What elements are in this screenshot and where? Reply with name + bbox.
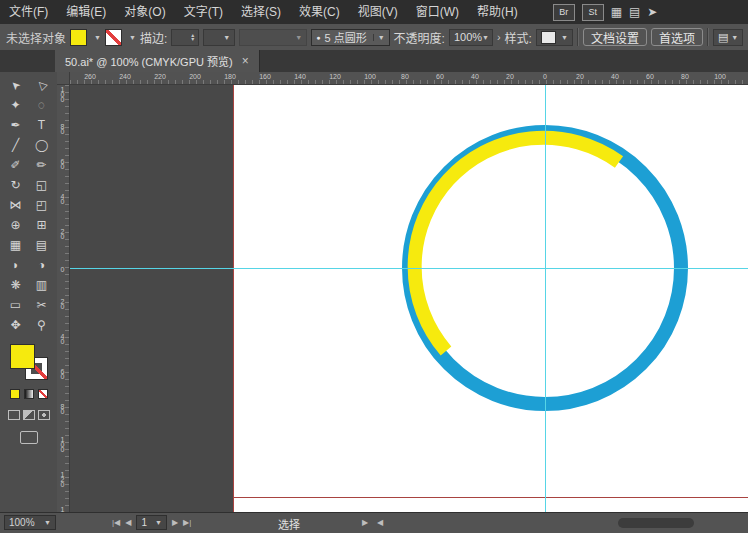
magic-wand-tool[interactable]: ✦ [3, 95, 29, 115]
tab-close-icon[interactable]: × [242, 54, 249, 68]
ellipse-tool[interactable]: ◯ [29, 135, 55, 155]
width-profile-dropdown[interactable]: ▼ [203, 29, 235, 46]
opacity-dropdown[interactable]: 100% ▼ [449, 29, 493, 46]
screen-mode-button[interactable] [20, 431, 38, 444]
horizontal-ruler[interactable]: 2602402202001801601401201008060402002040… [70, 72, 748, 85]
scale-tool[interactable]: ◱ [29, 175, 55, 195]
stroke-weight-input[interactable]: ▴▾ [171, 29, 199, 46]
free-transform-tool[interactable]: ◰ [29, 195, 55, 215]
ruler-v-label: 40 [58, 193, 66, 203]
slice-tool[interactable]: ✂ [29, 295, 55, 315]
ruler-v-label: 0 [58, 266, 66, 271]
chevron-right-icon[interactable]: › [497, 31, 501, 43]
document-tab[interactable]: 50.ai* @ 100% (CMYK/GPU 预览) × [55, 50, 260, 72]
mesh-tool[interactable]: ▦ [3, 235, 29, 255]
menu-help[interactable]: 帮助(H) [468, 1, 527, 24]
ruler-h-label: 40 [471, 73, 479, 80]
document-layout-icon[interactable]: ▤ [629, 5, 640, 20]
fill-dropdown-arrow-icon[interactable]: ▼ [94, 34, 101, 41]
draw-inside-button[interactable] [38, 410, 50, 420]
bridge-button[interactable]: Br [553, 4, 575, 21]
gradient-tool[interactable]: ▤ [29, 235, 55, 255]
workspace-dropdown[interactable]: ▤ ▼ [713, 29, 743, 46]
control-bar: 未选择对象 ▼ ▼ 描边: ▴▾ ▼ ▼ ● 5 点圆形 ▼ 不透明度: 100… [0, 24, 748, 51]
stroke-dropdown-arrow-icon[interactable]: ▼ [129, 34, 136, 41]
ruler-h-label: 140 [294, 73, 306, 80]
preferences-button[interactable]: 首选项 [651, 28, 703, 46]
symbol-sprayer-tool[interactable]: ❋ [3, 275, 29, 295]
brush-shape-dropdown[interactable]: ● 5 点圆形 ▼ [311, 29, 389, 46]
brush-shape-value: 5 点圆形 [324, 29, 366, 45]
lasso-tool[interactable]: ◌ [29, 95, 55, 115]
color-button[interactable] [10, 389, 20, 399]
perspective-grid-tool[interactable]: ⊞ [29, 215, 55, 235]
menu-view[interactable]: 视图(V) [349, 1, 407, 24]
horizontal-scrollbar-thumb[interactable] [618, 518, 694, 528]
menu-object[interactable]: 对象(O) [115, 1, 174, 24]
tool-icon: T [38, 118, 45, 132]
pen-tool[interactable]: ✒ [3, 115, 29, 135]
menu-file[interactable]: 文件(F) [0, 1, 57, 24]
dropdown-arrow-icon: ▼ [373, 34, 385, 41]
paintbrush-tool[interactable]: ✐ [3, 155, 29, 175]
arrange-documents-icon[interactable]: ▦ [611, 5, 622, 20]
draw-behind-button[interactable] [23, 410, 35, 420]
zoom-tool[interactable]: ⚲ [29, 315, 55, 335]
ruler-v-label: 100 [58, 86, 66, 101]
artboard-number-dropdown[interactable]: 1 ▼ [136, 515, 167, 530]
draw-normal-button[interactable] [8, 410, 20, 420]
menu-window[interactable]: 窗口(W) [407, 1, 468, 24]
tool-icon: ◱ [36, 178, 47, 192]
selection-tool[interactable]: ➤ [3, 75, 29, 95]
zoom-dropdown[interactable]: 100% ▼ [4, 515, 56, 530]
none-button[interactable] [38, 389, 48, 399]
status-prev-icon[interactable]: ◀ [377, 518, 383, 527]
menu-edit[interactable]: 编辑(E) [57, 1, 115, 24]
column-graph-tool[interactable]: ▥ [29, 275, 55, 295]
canvas-area[interactable] [70, 85, 748, 513]
tool-icon: ▤ [36, 238, 47, 252]
ruler-h-label: 220 [154, 73, 166, 80]
fill-indicator-swatch[interactable] [10, 344, 35, 369]
rotate-tool[interactable]: ↻ [3, 175, 29, 195]
width-tool[interactable]: ⋈ [3, 195, 29, 215]
blend-tool[interactable]: ◑ [29, 255, 55, 275]
hand-tool[interactable]: ✥ [3, 315, 29, 335]
separator [577, 28, 579, 46]
menu-items: 文件(F)编辑(E)对象(O)文字(T)选择(S)效果(C)视图(V)窗口(W)… [0, 1, 527, 24]
tool-icon: ◰ [36, 198, 47, 212]
last-artboard-button[interactable]: ▶| [183, 518, 191, 527]
bullet-icon: ● [316, 34, 320, 41]
ruler-v-label: 40 [58, 333, 66, 343]
gradient-button[interactable] [24, 389, 34, 399]
eyedropper-tool[interactable]: ◗ [3, 255, 29, 275]
line-segment-tool[interactable]: ╱ [3, 135, 29, 155]
document-tab-bar: 50.ai* @ 100% (CMYK/GPU 预览) × [0, 50, 748, 73]
shape-builder-tool[interactable]: ⊕ [3, 215, 29, 235]
ruler-h-label: 20 [576, 73, 584, 80]
type-tool[interactable]: T [29, 115, 55, 135]
share-icon[interactable]: ➤ [647, 5, 657, 20]
fill-color-swatch[interactable] [70, 29, 87, 46]
brush-definition-dropdown[interactable]: ▼ [239, 29, 307, 46]
next-artboard-button[interactable]: ▶ [172, 518, 178, 527]
artboard-tool[interactable]: ▭ [3, 295, 29, 315]
stock-button[interactable]: St [582, 4, 604, 21]
tool-icon: ⊞ [36, 218, 46, 232]
menu-select[interactable]: 选择(S) [232, 1, 290, 24]
menu-effect[interactable]: 效果(C) [290, 1, 349, 24]
spinner-icon[interactable]: ▴▾ [191, 33, 194, 41]
document-setup-button[interactable]: 文档设置 [583, 28, 647, 46]
pencil-tool[interactable]: ✏ [29, 155, 55, 175]
direct-selection-tool[interactable]: ▷ [29, 75, 55, 95]
vertical-ruler[interactable]: 10080604020020406080100120140 [57, 85, 70, 513]
style-dropdown[interactable]: ▼ [536, 29, 573, 46]
first-artboard-button[interactable]: |◀ [112, 518, 120, 527]
stroke-color-swatch[interactable] [105, 29, 122, 46]
menu-type[interactable]: 文字(T) [175, 1, 232, 24]
status-next-icon[interactable]: ▶ [362, 518, 368, 527]
ruler-origin-corner[interactable] [57, 72, 70, 85]
tool-icon: ✐ [10, 158, 20, 172]
previous-artboard-button[interactable]: ◀ [125, 518, 131, 527]
ruler-h-label: 80 [681, 73, 689, 80]
